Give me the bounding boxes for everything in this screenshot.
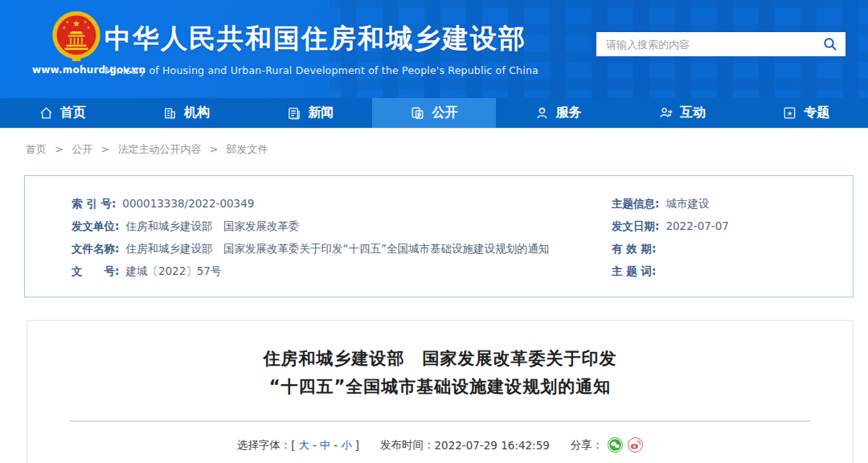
site-title-en: Ministry of Housing and Urban-Rural Deve… (104, 64, 538, 76)
meta-value: 000013338/2022-00349 (122, 192, 254, 215)
home-icon (39, 105, 54, 121)
svg-text:★: ★ (787, 109, 793, 117)
breadcrumb: 首页 > 公开 > 法定主动公开内容 > 部发文件 (0, 129, 868, 169)
font-picker-separator: - (313, 439, 317, 452)
meta-label: 主 题 词: (612, 260, 656, 282)
nav-item-home[interactable]: 首页 (0, 98, 124, 128)
svg-text:★: ★ (87, 25, 91, 30)
article-title: 住房和城乡建设部 国家发展改革委关于印发 “十四五”全国城市基础设施建设规划的通… (27, 345, 853, 401)
nav-item-disclosure[interactable]: 公开 (372, 98, 496, 128)
meta-label: 有 效 期: (612, 237, 656, 260)
share-group: 分享： (571, 437, 644, 453)
font-size-medium-link[interactable]: 中 (320, 438, 331, 453)
svg-text:★: ★ (84, 19, 88, 24)
article-box: 住房和城乡建设部 国家发展改革委关于印发 “十四五”全国城市基础设施建设规划的通… (27, 320, 854, 463)
topic-star-icon: ★ (782, 105, 797, 121)
interaction-icon (658, 105, 674, 121)
service-person-icon (534, 105, 550, 121)
font-size-picker: 选择字体： [ 大 - 中 - 小 ] (237, 438, 359, 453)
breadcrumb-disclosure[interactable]: 公开 (72, 143, 92, 155)
publish-time-label: 发布时间： (380, 438, 435, 453)
nav-label: 首页 (60, 104, 86, 121)
breadcrumb-home[interactable]: 首页 (26, 143, 47, 155)
meta-value: 城市建设 (665, 192, 709, 215)
weibo-share-icon[interactable] (628, 437, 643, 453)
article-meta-bar: 选择字体： [ 大 - 中 - 小 ] 发布时间： 2022-07-29 16:… (27, 437, 853, 453)
svg-text:★: ★ (62, 25, 66, 30)
font-picker-label: 选择字体： (237, 438, 292, 453)
breadcrumb-separator: > (55, 143, 63, 155)
meta-value: 2022-07-07 (665, 215, 728, 237)
share-label: 分享： (571, 438, 604, 453)
font-picker-separator: - (334, 439, 338, 452)
search-icon[interactable] (821, 35, 839, 53)
main-nav: 首页 机构 新闻 公开 服务 互动 (0, 98, 868, 129)
meta-row-issuing-unit: 发文单位: 住房和城乡建设部 国家发展改革委 (72, 215, 612, 237)
publish-time-value: 2022-07-29 16:42:59 (434, 439, 549, 452)
national-emblem-logo: ★ ★ ★ ★ ★ (50, 10, 103, 63)
meta-label: 主题信息: (612, 192, 659, 215)
font-picker-bracket-close: ] (355, 439, 359, 452)
nav-item-services[interactable]: 服务 (496, 98, 620, 128)
meta-row-document-name: 文件名称: 住房和城乡建设部 国家发展改革委关于印发“十四五”全国城市基础设施建… (72, 237, 612, 260)
meta-row-document-number: 文 号: 建城〔2022〕57号 (72, 260, 612, 282)
meta-label: 发文单位: (72, 215, 119, 237)
article-title-line1: 住房和城乡建设部 国家发展改革委关于印发 (27, 345, 853, 373)
nav-label: 专题 (804, 104, 829, 121)
nav-item-news[interactable]: 新闻 (248, 98, 372, 128)
article-title-line2: “十四五”全国城市基础设施建设规划的通知 (27, 373, 853, 401)
meta-label: 文 号: (72, 260, 119, 282)
publish-time-group: 发布时间： 2022-07-29 16:42:59 (380, 438, 550, 453)
wechat-share-icon[interactable] (608, 437, 623, 453)
nav-item-topics[interactable]: ★ 专题 (744, 98, 868, 128)
meta-row-index-number: 索 引 号: 000013338/2022-00349 (72, 192, 612, 215)
title-divider (69, 420, 811, 422)
meta-row-validity: 有 效 期: (612, 237, 853, 260)
breadcrumb-statutory-content[interactable]: 法定主动公开内容 (117, 143, 201, 155)
site-title-cn: 中华人民共和国住房和城乡建设部 (104, 21, 538, 57)
nav-label: 公开 (432, 104, 457, 121)
nav-label: 机构 (184, 104, 210, 121)
search-box[interactable] (596, 32, 845, 56)
organization-icon (162, 105, 178, 121)
nav-item-org[interactable]: 机构 (124, 98, 248, 128)
meta-value: 建城〔2022〕57号 (125, 260, 221, 282)
meta-label: 索 引 号: (72, 192, 116, 215)
nav-label: 服务 (556, 104, 582, 121)
svg-text:★: ★ (65, 19, 69, 24)
meta-row-keywords: 主 题 词: (612, 260, 853, 282)
meta-value: 住房和城乡建设部 国家发展改革委 (125, 215, 299, 237)
meta-row-topic-info: 主题信息: 城市建设 (612, 192, 853, 215)
document-meta-box: 索 引 号: 000013338/2022-00349 发文单位: 住房和城乡建… (24, 175, 854, 297)
breadcrumb-separator: > (210, 143, 219, 155)
breadcrumb-ministry-documents[interactable]: 部发文件 (227, 143, 268, 155)
meta-row-issue-date: 发文日期: 2022-07-07 (612, 215, 853, 237)
svg-text:★: ★ (72, 18, 80, 29)
meta-label: 文件名称: (72, 237, 119, 260)
breadcrumb-separator: > (100, 143, 109, 155)
font-size-large-link[interactable]: 大 (298, 438, 309, 453)
search-input[interactable] (606, 39, 821, 51)
news-icon (286, 105, 301, 121)
disclosure-icon (410, 105, 425, 121)
meta-label: 发文日期: (612, 215, 659, 237)
site-header: ★ ★ ★ ★ ★ www.mohurd.gov.cn 中华人民共和国住房和城乡… (0, 0, 868, 98)
nav-label: 新闻 (308, 104, 334, 121)
nav-label: 互动 (680, 104, 706, 121)
font-picker-bracket-open: [ (291, 439, 295, 452)
font-size-small-link[interactable]: 小 (341, 438, 352, 453)
nav-item-interaction[interactable]: 互动 (620, 98, 743, 128)
meta-value: 住房和城乡建设部 国家发展改革委关于印发“十四五”全国城市基础设施建设规划的通知 (125, 237, 549, 260)
